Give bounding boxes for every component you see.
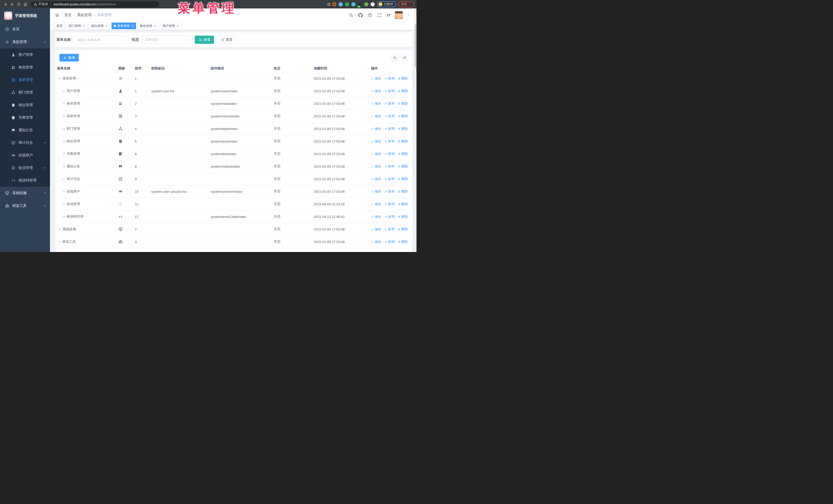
expand-row-icon[interactable] <box>62 114 66 118</box>
delete-action[interactable]: 删除 <box>398 76 408 81</box>
delete-action[interactable]: 删除 <box>398 89 408 93</box>
puzzle-icon[interactable] <box>371 2 375 6</box>
sidebar-item-研发工具[interactable]: 研发工具 <box>0 199 50 212</box>
browser-update-button[interactable]: 更新 ⋮⋮ <box>398 1 414 7</box>
extension-icon-teal-columns[interactable] <box>351 2 356 6</box>
close-tab-icon[interactable]: ✕ <box>176 24 179 28</box>
edit-action[interactable]: 修改 <box>371 227 381 232</box>
fullscreen-icon[interactable] <box>377 13 382 18</box>
expand-row-icon[interactable] <box>62 127 66 130</box>
delete-action[interactable]: 删除 <box>398 215 408 219</box>
edit-action[interactable]: 修改 <box>371 164 381 169</box>
edit-action[interactable]: 修改 <box>371 202 381 207</box>
edit-action[interactable]: 修改 <box>371 101 381 106</box>
page-scrollbar[interactable] <box>414 8 416 252</box>
sidebar-item-错误码管理[interactable]: 错误码管理 <box>0 174 50 187</box>
tab-角色管理[interactable]: 角色管理✕ <box>138 23 159 29</box>
delete-action[interactable]: 删除 <box>398 152 408 156</box>
add-action[interactable]: 新增 <box>384 127 395 131</box>
delete-action[interactable]: 删除 <box>398 202 408 207</box>
expand-row-icon[interactable] <box>62 102 66 105</box>
delete-action[interactable]: 删除 <box>398 164 408 169</box>
sidebar-item-短信管理[interactable]: 短信管理 <box>0 162 50 174</box>
edit-action[interactable]: 修改 <box>371 127 381 131</box>
add-action[interactable]: 新增 <box>384 215 395 219</box>
expand-row-icon[interactable] <box>62 190 66 193</box>
github-icon[interactable] <box>358 13 363 18</box>
add-action[interactable]: 新增 <box>384 240 395 244</box>
edit-action[interactable]: 修改 <box>371 152 381 156</box>
expand-row-icon[interactable] <box>62 202 66 206</box>
close-tab-icon[interactable]: ✕ <box>131 24 134 28</box>
security-warning[interactable]: 不安全 <box>34 2 48 6</box>
add-action[interactable]: 新增 <box>384 114 395 118</box>
close-tab-icon[interactable]: ✕ <box>83 24 85 28</box>
expand-row-icon[interactable] <box>62 177 66 181</box>
edit-action[interactable]: 修改 <box>371 76 381 81</box>
add-action[interactable]: 新增 <box>384 202 395 207</box>
add-action[interactable]: 新增 <box>384 189 395 194</box>
add-action[interactable]: 新增 <box>384 101 395 106</box>
expand-row-icon[interactable] <box>62 215 66 218</box>
show-search-button[interactable] <box>391 54 398 61</box>
edit-action[interactable]: 修改 <box>371 240 381 244</box>
sidebar-item-系统管理[interactable]: 系统管理 <box>0 35 50 48</box>
edit-action[interactable]: 修改 <box>371 215 381 219</box>
expand-row-icon[interactable] <box>58 240 62 243</box>
sidebar-item-角色管理[interactable]: 角色管理 <box>0 61 50 74</box>
close-tab-icon[interactable]: ✕ <box>154 24 156 28</box>
font-size-icon[interactable]: тT <box>386 13 390 18</box>
add-action[interactable]: 新增 <box>384 89 395 93</box>
browser-home-icon[interactable] <box>22 1 29 8</box>
edit-action[interactable]: 修改 <box>371 89 381 93</box>
breadcrumb-item[interactable]: 首页 <box>64 13 72 18</box>
expand-row-icon[interactable] <box>62 152 66 155</box>
tab-用户管理[interactable]: 用户管理✕ <box>160 23 181 29</box>
sidebar-item-审计日志[interactable]: 审计日志 <box>0 136 50 149</box>
add-action[interactable]: 新增 <box>384 139 395 144</box>
status-select[interactable]: 菜单状态 <box>142 35 191 44</box>
edit-action[interactable]: 修改 <box>371 139 381 144</box>
add-button[interactable]: 新增 <box>60 54 79 62</box>
expand-row-icon[interactable] <box>58 227 62 231</box>
kebab-menu-icon[interactable]: ⋮⋮ <box>409 2 411 7</box>
tab-首页[interactable]: 首页 <box>54 23 65 29</box>
delete-action[interactable]: 删除 <box>398 139 408 144</box>
avatar[interactable] <box>395 11 403 19</box>
menu-name-input[interactable] <box>74 35 125 44</box>
add-action[interactable]: 新增 <box>384 76 395 81</box>
breadcrumb-item[interactable]: 系统管理 <box>77 13 92 18</box>
reset-button[interactable]: 重置 <box>217 35 236 44</box>
scrollbar-thumb[interactable] <box>415 24 416 67</box>
sidebar-item-菜单管理[interactable]: 菜单管理 <box>0 74 50 86</box>
delete-action[interactable]: 删除 <box>398 127 408 131</box>
search-button[interactable]: 搜索 <box>195 35 214 44</box>
delete-action[interactable]: 删除 <box>398 189 408 194</box>
paused-extension-pill[interactable]: 已暂停 <box>377 1 396 7</box>
extension-icon-green-plant[interactable] <box>364 2 368 6</box>
expand-row-icon[interactable] <box>62 89 66 93</box>
collapse-sidebar-icon[interactable] <box>53 12 60 19</box>
extension-icon-green-check[interactable] <box>345 2 349 6</box>
browser-forward-icon[interactable] <box>9 1 15 8</box>
delete-action[interactable]: 删除 <box>398 101 408 106</box>
help-icon[interactable] <box>367 13 373 18</box>
browser-reload-icon[interactable] <box>15 1 22 8</box>
bookmark-star-icon[interactable] <box>326 1 332 8</box>
add-action[interactable]: 新增 <box>384 177 395 181</box>
sidebar-item-首页[interactable]: 首页 <box>0 23 50 35</box>
expand-row-icon[interactable] <box>62 140 66 143</box>
tab-岗位管理[interactable]: 岗位管理✕ <box>89 23 110 29</box>
delete-action[interactable]: 删除 <box>398 240 408 244</box>
search-icon[interactable] <box>348 13 353 18</box>
chevron-down-icon[interactable] <box>407 13 410 18</box>
sidebar-item-用户管理[interactable]: 用户管理 <box>0 48 50 61</box>
delete-action[interactable]: 删除 <box>398 227 408 232</box>
browser-back-icon[interactable] <box>2 1 9 8</box>
delete-action[interactable]: 删除 <box>398 114 408 118</box>
address-bar[interactable]: 不安全 dashboard.yudao.iocoder.cn/system/me… <box>31 1 159 7</box>
tab-菜单管理[interactable]: 菜单管理✕ <box>112 23 136 29</box>
close-tab-icon[interactable]: ✕ <box>105 24 108 28</box>
add-action[interactable]: 新增 <box>384 227 395 232</box>
tab-部门管理[interactable]: 部门管理✕ <box>66 23 88 29</box>
